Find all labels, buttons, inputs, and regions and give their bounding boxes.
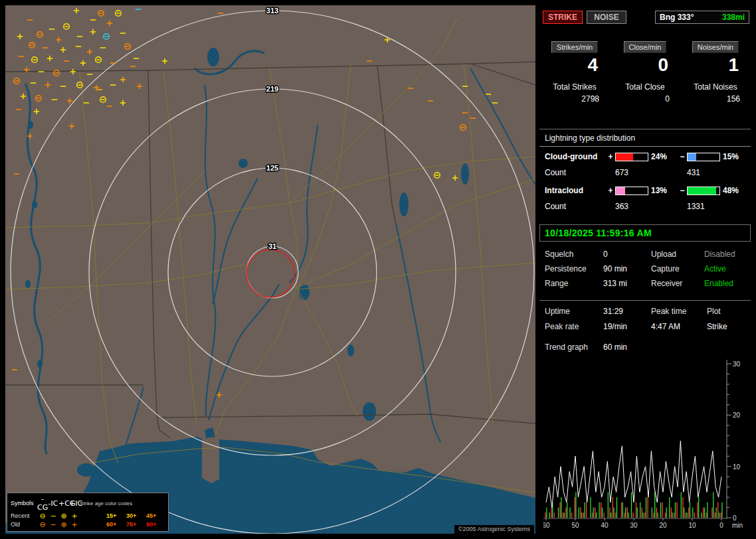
peak-rate-value: 19/min — [603, 322, 651, 331]
top-indicator-row: STRIKE NOISE Bng 333° 338mi — [543, 11, 749, 24]
rate-columns: Strikes/min 4 Total Strikes 2798 Close/m… — [539, 41, 751, 104]
age-45: 45+ — [146, 512, 165, 520]
capture-label: Capture — [651, 264, 704, 273]
squelch-value: 0 — [603, 250, 651, 259]
cloud-ground-counts: Count 673 431 — [539, 165, 751, 181]
y-tick-label: 30 — [733, 360, 741, 368]
neg-ic-old-icon: − — [48, 520, 58, 529]
legend-col-pos-ic: +IC — [69, 499, 80, 508]
range-ring-label: 313 — [266, 7, 278, 15]
total-close-label: Total Close — [610, 82, 680, 92]
cg-minus-count: 431 — [687, 168, 720, 177]
upload-status: Disabled — [704, 250, 751, 259]
trend-line — [546, 441, 721, 508]
range-ring-label: 31 — [268, 242, 276, 250]
x-tick-label: 10 — [688, 522, 696, 529]
y-tick-label: 0 — [733, 514, 737, 522]
age-30: 30+ — [126, 512, 146, 520]
strike-map: 31321912531 Symbols -CG -IC +CG +IC Stri… — [5, 5, 535, 534]
uptime-label: Uptime — [545, 307, 603, 316]
legend-symbols-header: Symbols — [11, 499, 37, 508]
count-label: Count — [545, 168, 606, 177]
peak-time-value: 4:47 AM — [651, 322, 707, 331]
pos-cg-recent-icon: ⊕ — [58, 512, 69, 520]
cg-plus-pct: 24% — [648, 152, 678, 161]
control-panel: STRIKE NOISE Bng 333° 338mi Strikes/min … — [539, 5, 751, 534]
age-60: 60+ — [106, 520, 126, 529]
pos-ic-old-icon: + — [69, 520, 80, 529]
range-value: 313 mi — [603, 279, 651, 288]
ic-plus-bar — [615, 187, 648, 195]
separator — [539, 129, 751, 129]
capture-status: Active — [704, 264, 751, 273]
legend-col-pos-cg: +CG — [58, 499, 69, 508]
intracloud-row: Intracloud + 13% − 48% — [539, 183, 751, 198]
ic-plus-count: 363 — [615, 202, 648, 211]
peak-rate-label: Peak rate — [545, 322, 603, 331]
minus-sign: − — [678, 186, 687, 195]
x-tick-label: 40 — [601, 522, 609, 529]
total-noises-value: 156 — [680, 94, 751, 104]
plus-sign: + — [606, 186, 615, 195]
total-strikes-label: Total Strikes — [539, 82, 610, 92]
intracloud-counts: Count 363 1331 — [539, 198, 751, 214]
squelch-label: Squelch — [545, 250, 603, 259]
uptime-value: 31:29 — [603, 307, 651, 316]
bearing-display: Bng 333° 338mi — [655, 11, 749, 24]
copyright-text: ©2005 Astrogenic Systems — [454, 525, 534, 534]
pos-cg-old-icon: ⊕ — [58, 520, 69, 529]
cg-minus-pct: 15% — [720, 152, 747, 161]
x-tick-label: 30 — [630, 522, 638, 529]
x-tick-label: 0 — [719, 522, 723, 529]
neg-ic-recent-icon: − — [48, 512, 58, 520]
total-noises-label: Total Noises — [680, 82, 751, 92]
persistence-label: Persistence — [545, 264, 603, 273]
neg-cg-old-icon: ⊖ — [37, 520, 48, 529]
receiver-label: Receiver — [651, 279, 704, 288]
status-grid: Squelch 0 Upload Disabled Persistence 90… — [545, 250, 751, 288]
minus-sign: − — [678, 152, 687, 161]
cloud-ground-row: Cloud-ground + 24% − 15% — [539, 149, 751, 165]
trend-graph-label: Trend graph — [545, 343, 603, 352]
peak-time-label: Peak time — [651, 307, 707, 316]
y-tick-label: 10 — [733, 463, 741, 471]
distribution-title: Lightning type distribution — [539, 133, 751, 147]
ic-minus-count: 1331 — [687, 202, 720, 211]
noise-indicator-button[interactable]: NOISE — [587, 11, 626, 24]
strikes-per-min-value: 4 — [539, 54, 610, 76]
cg-plus-count: 673 — [615, 168, 648, 177]
lightning-distribution-section: Lightning type distribution Cloud-ground… — [539, 133, 751, 214]
upload-label: Upload — [651, 250, 704, 259]
x-tick-label: 50 — [571, 522, 579, 529]
legend-col-neg-ic: -IC — [48, 499, 58, 508]
cg-minus-bar — [687, 153, 720, 161]
pos-ic-recent-icon: + — [69, 512, 80, 520]
total-strikes-value: 2798 — [539, 94, 610, 104]
legend-age-header: Strike age color codes — [80, 499, 165, 508]
persistence-value: 90 min — [603, 264, 651, 273]
count-label: Count — [545, 202, 606, 211]
age-90: 90+ — [146, 520, 165, 529]
plot-label: Plot — [707, 307, 748, 316]
plot-mode-value: Strike — [707, 322, 748, 331]
ic-minus-pct: 48% — [720, 186, 747, 195]
trend-graph-row: Trend graph 60 min — [545, 343, 627, 352]
y-tick-label: 20 — [733, 412, 741, 419]
distance-value: 338mi — [722, 13, 745, 22]
range-ring-label: 219 — [266, 85, 278, 93]
radar-map-svg: 31321912531 — [5, 5, 535, 534]
close-per-min-value: 0 — [610, 54, 680, 76]
session-grid: Uptime 31:29 Peak time Plot Peak rate 19… — [545, 307, 748, 331]
close-per-min-chip: Close/min — [624, 41, 667, 53]
intracloud-label: Intracloud — [545, 186, 606, 195]
strikes-column: Strikes/min 4 Total Strikes 2798 — [539, 41, 610, 104]
separator — [539, 300, 751, 301]
plus-sign: + — [606, 152, 615, 161]
range-ring-label: 125 — [266, 164, 278, 172]
receiver-status: Enabled — [704, 279, 751, 288]
range-label: Range — [545, 279, 603, 288]
bearing-value: Bng 333° — [660, 13, 694, 22]
strike-indicator-button[interactable]: STRIKE — [543, 11, 583, 24]
age-15: 15+ — [106, 512, 126, 520]
noises-per-min-chip: Noises/min — [692, 41, 739, 53]
